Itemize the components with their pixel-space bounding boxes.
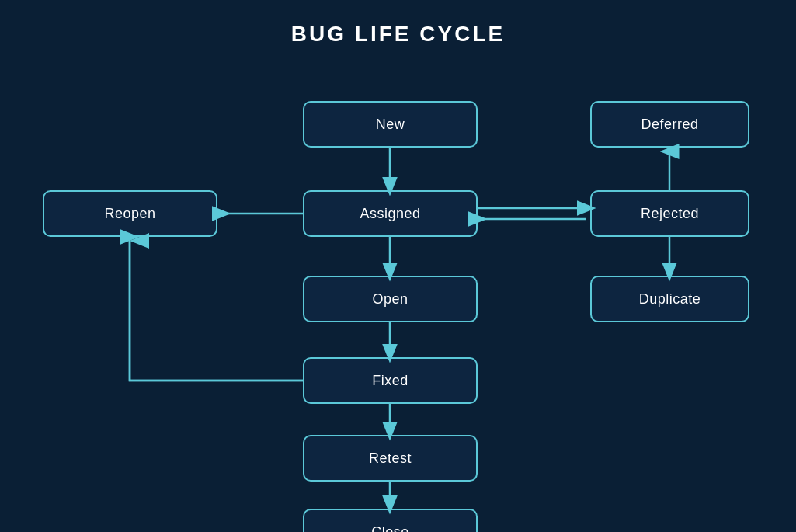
node-deferred: Deferred [590,101,749,148]
node-retest: Retest [303,435,478,482]
node-rejected: Rejected [590,190,749,237]
node-new: New [303,101,478,148]
node-assigned: Assigned [303,190,478,237]
node-reopen: Reopen [43,190,217,237]
page-title: BUG LIFE CYCLE [291,22,505,47]
diagram-area: New Assigned Open Fixed Retest Close Reo… [0,54,796,532]
node-open: Open [303,276,478,322]
node-duplicate: Duplicate [590,276,749,322]
node-fixed: Fixed [303,357,478,404]
node-close: Close [303,509,478,532]
